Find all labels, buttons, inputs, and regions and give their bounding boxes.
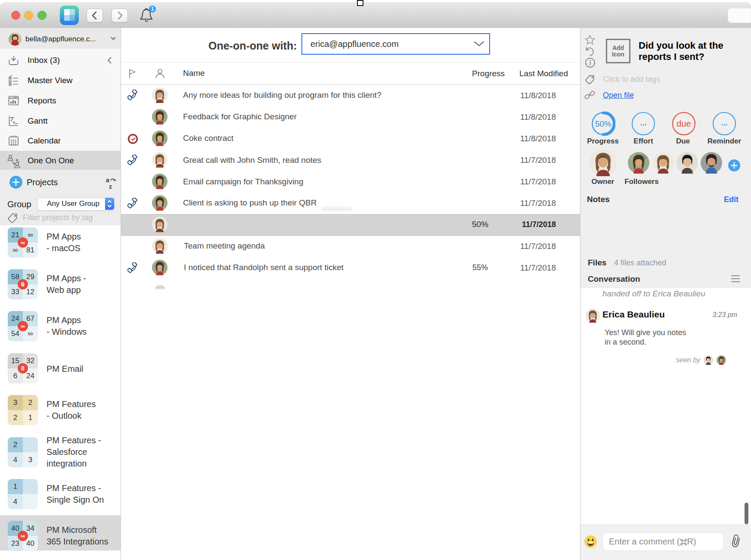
svg-text:...: ...: [640, 118, 646, 127]
svg-text:a: a: [106, 177, 109, 184]
svg-text:...: ...: [721, 118, 727, 127]
svg-text:50%: 50%: [595, 119, 611, 128]
svg-text:due: due: [677, 119, 691, 128]
svg-text:z: z: [109, 183, 112, 189]
